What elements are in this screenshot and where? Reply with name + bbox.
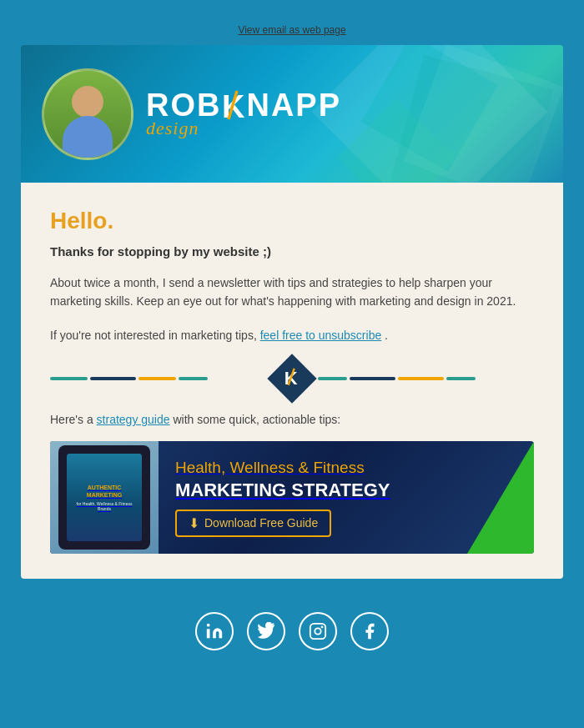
- unsubscribe-end: .: [385, 329, 388, 342]
- subtitle-text: Thanks for stopping by my website ;): [50, 244, 534, 259]
- logo-text: ROB K NAPP: [146, 89, 341, 121]
- divider-segment: [138, 377, 176, 380]
- view-email-link[interactable]: View email as web page: [238, 24, 345, 36]
- header-banner: ROB K NAPP design: [21, 45, 563, 183]
- logo-rob: ROB: [146, 89, 221, 121]
- greeting-text: Hello.: [50, 208, 534, 234]
- footer-social: [195, 600, 389, 663]
- avatar: [42, 68, 133, 160]
- social-icon-twitter[interactable]: [247, 612, 285, 650]
- download-label: Download Free Guide: [204, 516, 318, 530]
- divider-segment: [398, 377, 444, 380]
- svg-point-4: [207, 624, 210, 627]
- divider-segment: [179, 377, 208, 380]
- download-icon: ⬇: [189, 515, 199, 531]
- divider-right: [318, 377, 534, 380]
- divider-segment: [318, 377, 347, 380]
- banner-book-image: Authentic Marketing for Health, Wellness…: [50, 441, 159, 554]
- divider-segment: [350, 377, 395, 380]
- strategy-end: with some quick, actionable tips:: [173, 413, 340, 426]
- strategy-text: Here's a strategy guide with some quick,…: [50, 413, 534, 426]
- strategy-intro: Here's a: [50, 413, 97, 426]
- book-cover: Authentic Marketing for Health, Wellness…: [67, 454, 142, 541]
- instagram-icon: [309, 622, 327, 640]
- divider-segment: [446, 377, 476, 380]
- banner-headline-1: Health, Wellness & Fitness: [175, 459, 517, 478]
- facebook-icon: [360, 622, 379, 640]
- book-subtitle: for Health, Wellness & Fitness Brands: [72, 501, 137, 512]
- divider-section: K: [50, 361, 534, 396]
- banner-ad[interactable]: Authentic Marketing for Health, Wellness…: [50, 441, 534, 554]
- social-icon-linkedin[interactable]: [195, 612, 234, 650]
- logo-knapp: NAPP: [246, 89, 341, 121]
- divider-segment: [90, 377, 136, 380]
- strategy-guide-link[interactable]: strategy guide: [97, 413, 170, 426]
- unsubscribe-intro: If you're not interested in marketing ti…: [50, 329, 260, 342]
- book-title: Authentic Marketing: [72, 484, 137, 499]
- linkedin-icon: [205, 622, 224, 640]
- email-container: ROB K NAPP design Hello. Thanks for stop…: [21, 45, 563, 579]
- top-link-bar: View email as web page: [0, 17, 584, 45]
- banner-headline-2: MARKETING STRATEGY: [175, 480, 517, 500]
- divider-k-icon: K: [284, 368, 300, 390]
- banner-text: Health, Wellness & Fitness MARKETING STR…: [159, 446, 534, 550]
- svg-point-6: [315, 629, 320, 635]
- logo-k-icon: K: [222, 89, 245, 121]
- svg-point-7: [321, 626, 324, 629]
- body-paragraph-2: If you're not interested in marketing ti…: [50, 326, 534, 344]
- logo: ROB K NAPP design: [146, 89, 341, 139]
- download-button[interactable]: ⬇ Download Free Guide: [175, 510, 331, 537]
- unsubscribe-link[interactable]: feel free to unsubscribe: [260, 329, 382, 342]
- divider-icon: K: [267, 354, 316, 403]
- social-icon-facebook[interactable]: [350, 612, 389, 650]
- twitter-icon: [257, 622, 275, 640]
- divider-left: [50, 377, 266, 380]
- divider-segment: [50, 377, 88, 380]
- book-tablet: Authentic Marketing for Health, Wellness…: [58, 445, 150, 550]
- social-icon-instagram[interactable]: [299, 612, 337, 650]
- body-paragraph-1: About twice a month, I send a newsletter…: [50, 274, 534, 311]
- svg-rect-5: [310, 624, 325, 639]
- main-content: Hello. Thanks for stopping by my website…: [21, 183, 563, 579]
